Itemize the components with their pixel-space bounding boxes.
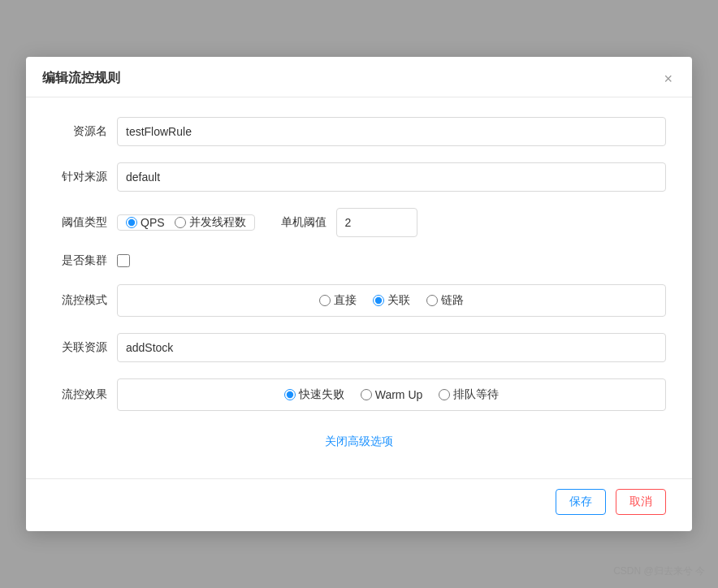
- single-threshold-label: 单机阈值: [281, 215, 327, 230]
- fast-fail-label: 快速失败: [299, 387, 344, 402]
- flow-mode-label: 流控模式: [52, 293, 117, 308]
- concurrent-radio[interactable]: [175, 217, 186, 228]
- fast-fail-option[interactable]: 快速失败: [284, 387, 344, 402]
- related-resource-label: 关联资源: [52, 340, 117, 355]
- close-advanced-button[interactable]: 关闭高级选项: [325, 435, 393, 449]
- source-label: 针对来源: [52, 170, 117, 184]
- concurrent-label: 并发线程数: [189, 215, 246, 230]
- queue-option[interactable]: 排队等待: [439, 387, 499, 402]
- resource-name-input[interactable]: [117, 117, 666, 146]
- flow-mode-options: 直接 关联 链路: [117, 284, 666, 317]
- fast-fail-radio[interactable]: [284, 389, 296, 400]
- advanced-options-section: 关闭高级选项: [52, 427, 666, 459]
- chain-option[interactable]: 链路: [426, 293, 464, 308]
- qps-option[interactable]: QPS: [126, 216, 165, 229]
- cluster-label: 是否集群: [52, 253, 117, 268]
- cancel-button[interactable]: 取消: [616, 489, 666, 515]
- resource-name-row: 资源名: [52, 117, 666, 146]
- warm-up-radio[interactable]: [361, 389, 372, 400]
- flow-effect-options: 快速失败 Warm Up 排队等待: [117, 378, 666, 411]
- dialog-header: 编辑流控规则 ×: [26, 57, 692, 97]
- association-option[interactable]: 关联: [373, 293, 410, 308]
- related-resource-row: 关联资源: [52, 333, 666, 362]
- threshold-type-row: 阈值类型 QPS 并发线程数 单机阈值: [52, 208, 666, 237]
- dialog-footer: 保存 取消: [26, 478, 692, 531]
- close-button[interactable]: ×: [660, 71, 676, 86]
- association-label: 关联: [387, 293, 410, 308]
- watermark: CSDN @归去来兮 今: [613, 564, 705, 578]
- dialog-title: 编辑流控规则: [42, 70, 120, 87]
- flow-effect-row: 流控效果 快速失败 Warm Up 排队等待: [52, 378, 666, 411]
- direct-radio[interactable]: [319, 295, 331, 306]
- qps-radio[interactable]: [126, 217, 137, 228]
- threshold-type-options: QPS 并发线程数: [117, 214, 255, 231]
- association-radio[interactable]: [373, 295, 384, 306]
- dialog-body: 资源名 针对来源 阈值类型 QPS 并发线程数: [26, 97, 692, 472]
- chain-radio[interactable]: [426, 295, 438, 306]
- direct-option[interactable]: 直接: [319, 293, 357, 308]
- related-resource-input[interactable]: [117, 333, 666, 362]
- warm-up-option[interactable]: Warm Up: [361, 388, 423, 401]
- source-input[interactable]: [117, 162, 666, 192]
- save-button[interactable]: 保存: [556, 489, 606, 515]
- concurrent-option[interactable]: 并发线程数: [175, 215, 246, 230]
- single-threshold-input[interactable]: [336, 208, 417, 237]
- edit-flow-rule-dialog: 编辑流控规则 × 资源名 针对来源 阈值类型 QPS: [26, 57, 692, 531]
- direct-label: 直接: [334, 293, 357, 308]
- queue-radio[interactable]: [439, 389, 450, 400]
- cluster-row: 是否集群: [52, 253, 666, 268]
- chain-label: 链路: [441, 293, 464, 308]
- resource-name-label: 资源名: [52, 124, 117, 139]
- threshold-type-group: QPS 并发线程数 单机阈值: [117, 208, 666, 237]
- cluster-checkbox[interactable]: [117, 254, 130, 267]
- source-row: 针对来源: [52, 162, 666, 192]
- queue-label: 排队等待: [453, 387, 499, 402]
- flow-effect-label: 流控效果: [52, 387, 117, 402]
- qps-label: QPS: [141, 216, 165, 229]
- flow-mode-row: 流控模式 直接 关联 链路: [52, 284, 666, 317]
- warm-up-label: Warm Up: [375, 388, 423, 401]
- threshold-type-label: 阈值类型: [52, 215, 117, 230]
